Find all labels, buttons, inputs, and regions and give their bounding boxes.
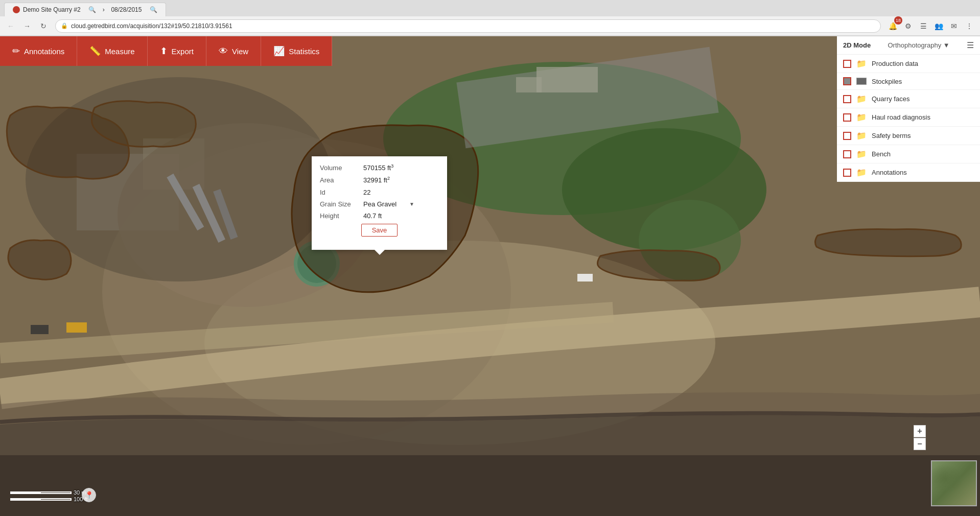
tab-date: 08/28/2015 [111, 6, 142, 13]
volume-sup: 3 [391, 163, 393, 169]
area-sup: 2 [387, 176, 390, 181]
stockpiles-color-swatch [856, 78, 867, 85]
app-container: ✏ Annotations 📏 Measure ⬆ Export 👁 View … [0, 36, 980, 516]
measure-button[interactable]: 📏 Measure [77, 36, 147, 66]
area-value: 32991 ft2 [363, 176, 390, 184]
layer-label-quarry: Quarry faces [872, 95, 974, 103]
panel-header: 2D Mode Orthophotography ▼ ☰ [837, 36, 980, 55]
layer-checkbox-bench[interactable] [843, 150, 851, 158]
export-button[interactable]: ⬆ Export [148, 36, 206, 66]
folder-icon-haul: 📁 [856, 112, 867, 122]
info-row-area: Area 32991 ft2 [320, 176, 439, 184]
export-icon: ⬆ [160, 45, 168, 57]
url-text: cloud.getredbird.com/acquisition/132#19/… [71, 22, 232, 30]
grain-select[interactable]: Pea Gravel Fine Gravel Coarse Gravel San… [363, 200, 414, 208]
svg-rect-17 [577, 274, 593, 282]
folder-icon-annotations: 📁 [856, 168, 867, 177]
folder-icon-bench: 📁 [856, 149, 867, 159]
layer-quarry-faces[interactable]: 📁 Quarry faces [837, 90, 980, 108]
map-svg-overlay [0, 36, 980, 516]
height-label: Height [320, 212, 363, 220]
folder-icon-production: 📁 [856, 59, 867, 68]
save-button[interactable]: Save [361, 224, 398, 237]
mode-dropdown-icon: ▼ [943, 41, 950, 49]
svg-rect-21 [516, 77, 542, 92]
mini-map-view [932, 461, 976, 505]
settings-button[interactable]: ⚙ [901, 19, 915, 33]
volume-label: Volume [320, 164, 363, 172]
locate-icon: 📍 [85, 491, 94, 499]
layer-production-data[interactable]: 📁 Production data [837, 55, 980, 73]
layer-annotations[interactable]: 📁 Annotations [837, 163, 980, 182]
svg-rect-20 [536, 67, 598, 92]
notification-area[interactable]: 🔔 18 [886, 19, 899, 33]
grain-label: Grain Size [320, 200, 363, 208]
folder-icon-quarry: 📁 [856, 94, 867, 104]
zoom-in-button[interactable]: + [914, 425, 926, 437]
menu-button[interactable]: ☰ [917, 19, 930, 33]
statistics-icon: 📈 [273, 45, 285, 57]
layer-checkbox-safety[interactable] [843, 132, 851, 140]
active-tab[interactable]: Demo Site Quarry #2 🔍 › 08/28/2015 🔍 [4, 3, 166, 16]
measure-icon: 📏 [89, 45, 101, 57]
more-button[interactable]: ⋮ [963, 19, 976, 33]
info-row-volume: Volume 570155 ft3 [320, 163, 439, 172]
annotations-button[interactable]: ✏ Annotations [0, 36, 77, 66]
svg-rect-18 [0, 455, 980, 516]
svg-rect-15 [66, 322, 87, 333]
tab-favicon [13, 6, 20, 13]
statistics-button[interactable]: 📈 Statistics [261, 36, 332, 66]
annotations-label: Annotations [24, 47, 64, 56]
browser-tabs: Demo Site Quarry #2 🔍 › 08/28/2015 🔍 [0, 0, 980, 16]
layer-bench[interactable]: 📁 Bench [837, 145, 980, 163]
area-label: Area [320, 176, 363, 184]
view-button[interactable]: 👁 View [206, 36, 261, 66]
url-bar[interactable]: 🔒 cloud.getredbird.com/acquisition/132#1… [55, 19, 881, 33]
measure-label: Measure [105, 47, 134, 56]
grain-value: Pea Gravel Fine Gravel Coarse Gravel San… [363, 200, 414, 208]
info-row-id: Id 22 [320, 189, 439, 196]
layer-checkbox-haul[interactable] [843, 113, 851, 122]
layer-checkbox-annotations[interactable] [843, 169, 851, 177]
info-table: Volume 570155 ft3 Area 32991 ft2 Id 22 G… [312, 156, 447, 250]
tab-date-search-icon: 🔍 [150, 6, 157, 13]
locate-button[interactable]: 📍 [82, 488, 96, 502]
layer-label-haul: Haul road diagnosis [872, 113, 974, 121]
tab-search-icon: 🔍 [88, 6, 96, 13]
view-icon: 👁 [219, 46, 228, 57]
annotations-icon: ✏ [12, 45, 20, 57]
tab-title: Demo Site Quarry #2 [23, 6, 81, 13]
layer-checkbox-production[interactable] [843, 60, 851, 68]
mode-option-text: Orthophotography [888, 41, 941, 49]
panel-mode-option[interactable]: Orthophotography ▼ [888, 41, 949, 49]
layer-safety-berms[interactable]: 📁 Safety berms [837, 127, 980, 145]
folder-icon-safety: 📁 [856, 131, 867, 140]
svg-rect-16 [31, 325, 49, 334]
users-button[interactable]: 👥 [932, 19, 945, 33]
back-button[interactable]: ← [4, 19, 17, 33]
lock-icon: 🔒 [61, 22, 68, 29]
panel-menu-icon[interactable]: ☰ [967, 40, 974, 50]
layer-checkbox-quarry[interactable] [843, 95, 851, 103]
layer-label-production: Production data [872, 60, 974, 67]
layer-checkbox-stockpiles[interactable] [843, 77, 851, 85]
forward-button[interactable]: → [20, 19, 34, 33]
notification-badge: 18 [894, 16, 902, 25]
scale-bar: 30 m 100 ft [10, 489, 88, 502]
volume-value: 570155 ft3 [363, 163, 393, 172]
right-panel: 2D Mode Orthophotography ▼ ☰ 📁 Productio… [837, 36, 980, 182]
id-value: 22 [363, 189, 370, 196]
mail-button[interactable]: ✉ [947, 19, 961, 33]
layer-stockpiles[interactable]: Stockpiles [837, 73, 980, 90]
refresh-button[interactable]: ↻ [37, 19, 50, 33]
mini-map[interactable] [931, 460, 977, 506]
export-label: Export [172, 47, 194, 56]
layer-label-stockpiles: Stockpiles [872, 78, 974, 85]
zoom-out-button[interactable]: − [914, 438, 926, 450]
view-label: View [232, 47, 248, 56]
panel-mode-label: 2D Mode [843, 41, 871, 49]
layer-haul-road[interactable]: 📁 Haul road diagnosis [837, 108, 980, 127]
grain-select-wrap[interactable]: Pea Gravel Fine Gravel Coarse Gravel San… [363, 200, 414, 208]
browser-chrome: Demo Site Quarry #2 🔍 › 08/28/2015 🔍 ← →… [0, 0, 980, 36]
layer-label-annotations: Annotations [872, 169, 974, 176]
